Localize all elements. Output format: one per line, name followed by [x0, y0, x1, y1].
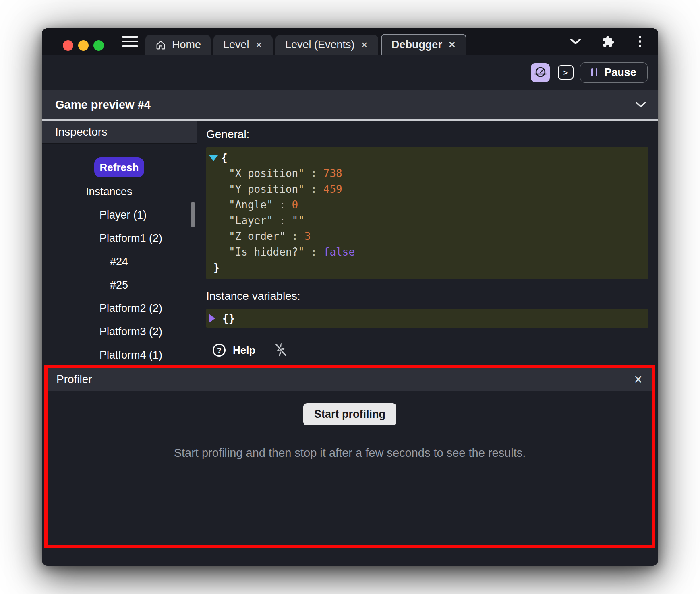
tab-home[interactable]: Home: [145, 35, 211, 55]
close-icon[interactable]: ×: [448, 39, 456, 50]
instance-variables-title: Instance variables:: [206, 290, 648, 303]
json-colon: :: [304, 167, 323, 179]
home-icon: [155, 39, 166, 51]
indent-guide: [217, 168, 217, 262]
json-root-row: {: [206, 150, 648, 166]
help-icon: ?: [212, 343, 226, 357]
instances-tree: Instances Player (1) Platform1 (2) #24 #…: [42, 180, 197, 365]
expand-triangle-icon[interactable]: [209, 314, 215, 323]
profiler-panel: Profiler × Start profiling Start profili…: [44, 365, 655, 548]
tree-item-platform1[interactable]: Platform1 (2): [42, 227, 197, 250]
flash-off-icon[interactable]: [274, 342, 288, 358]
json-value: 0: [292, 199, 298, 211]
tab-label: Debugger: [391, 39, 442, 51]
game-preview-selector[interactable]: Game preview #4: [42, 90, 658, 119]
refresh-button[interactable]: Refresh: [94, 157, 144, 177]
tab-strip: Home Level × Level (Events) × Debugger ×: [145, 34, 466, 55]
close-brace: }: [213, 262, 220, 274]
json-value: 3: [304, 230, 311, 242]
chevron-down-icon[interactable]: [570, 38, 581, 45]
profiler-header: Profiler ×: [48, 368, 652, 391]
inspectors-sidebar: Inspectors Refresh Instances Player (1) …: [42, 121, 197, 365]
traffic-lights: [63, 40, 104, 51]
inspectors-header: Inspectors: [42, 121, 197, 144]
json-colon: :: [273, 214, 292, 227]
json-key: "Y position": [229, 183, 304, 195]
tree-item-platform3[interactable]: Platform3 (2): [42, 320, 197, 343]
tree-item-player[interactable]: Player (1): [42, 203, 197, 227]
game-preview-title: Game preview #4: [55, 98, 151, 111]
general-json-view: { "X position" : 738 "Y position" : 459 …: [206, 147, 648, 279]
json-row: "Layer" : "": [206, 213, 648, 229]
titlebar-actions: [570, 28, 643, 55]
json-key: "X position": [229, 167, 304, 179]
title-bar: Home Level × Level (Events) × Debugger ×: [42, 28, 658, 55]
json-key: "Layer": [229, 214, 273, 227]
sidebar-scrollbar-thumb[interactable]: [191, 202, 195, 227]
close-icon[interactable]: ×: [634, 372, 642, 387]
json-colon: :: [286, 230, 304, 242]
json-colon: :: [304, 183, 323, 195]
close-icon[interactable]: ×: [360, 39, 369, 51]
json-row: "Z order" : 3: [206, 229, 648, 244]
tree-item-instances[interactable]: Instances: [42, 180, 197, 203]
json-row: "Is hidden?" : false: [206, 244, 648, 260]
pause-icon: [591, 68, 597, 76]
pause-button[interactable]: Pause: [580, 62, 648, 83]
minimize-window-button[interactable]: [78, 40, 89, 51]
maximize-window-button[interactable]: [93, 40, 104, 51]
close-window-button[interactable]: [63, 40, 73, 51]
hamburger-menu-icon[interactable]: [122, 36, 138, 47]
help-row: ? Help: [206, 342, 648, 358]
svg-text:?: ?: [217, 346, 222, 355]
json-value: "": [292, 214, 304, 227]
preview-chevron-down-icon[interactable]: [636, 102, 646, 108]
tab-label: Home: [172, 39, 201, 51]
debugger-toolbar: > Pause: [42, 55, 658, 90]
json-key: "Angle": [229, 199, 273, 211]
profiler-hint: Start profiling and then stop it after a…: [48, 446, 652, 460]
tree-item-platform4[interactable]: Platform4 (1): [42, 343, 197, 365]
json-key: "Z order": [229, 230, 286, 242]
open-brace: {: [221, 150, 228, 166]
json-colon: :: [273, 199, 292, 211]
help-link[interactable]: ? Help: [212, 343, 255, 357]
console-button[interactable]: >: [558, 65, 574, 80]
json-value: 459: [323, 183, 342, 195]
empty-object: {}: [222, 312, 235, 324]
tab-label: Level: [223, 39, 249, 51]
tab-label: Level (Events): [285, 39, 355, 51]
profiler-title: Profiler: [56, 373, 92, 386]
profiler-body: Start profiling Start profiling and then…: [48, 391, 652, 460]
help-label: Help: [233, 344, 255, 357]
pause-label: Pause: [604, 66, 636, 79]
tab-debugger[interactable]: Debugger ×: [381, 34, 466, 55]
json-value: false: [323, 246, 355, 258]
profiler-toggle-button[interactable]: [531, 63, 550, 82]
kebab-menu-icon[interactable]: [637, 34, 643, 49]
tree-item-25[interactable]: #25: [42, 273, 197, 297]
json-colon: :: [304, 246, 323, 258]
tree-item-platform2[interactable]: Platform2 (2): [42, 297, 197, 320]
start-profiling-button[interactable]: Start profiling: [303, 403, 396, 425]
general-section-title: General:: [206, 128, 648, 141]
instance-variables-view: {}: [206, 309, 648, 328]
json-row: "Angle" : 0: [206, 197, 648, 213]
close-icon[interactable]: ×: [255, 39, 263, 51]
json-key: "Is hidden?": [229, 246, 304, 258]
collapse-triangle-icon[interactable]: [209, 155, 218, 161]
tree-item-24[interactable]: #24: [42, 250, 197, 273]
gauge-icon: [534, 66, 547, 79]
puzzle-icon[interactable]: [602, 35, 615, 48]
json-close-row: }: [206, 260, 648, 276]
json-value: 738: [323, 167, 342, 179]
app-window: Home Level × Level (Events) × Debugger ×: [42, 28, 658, 566]
json-row: "Y position" : 459: [206, 182, 648, 197]
console-icon: >: [563, 68, 568, 77]
tab-level-events[interactable]: Level (Events) ×: [275, 35, 378, 55]
json-row: "X position" : 738: [206, 166, 648, 182]
tab-level[interactable]: Level ×: [213, 35, 273, 55]
